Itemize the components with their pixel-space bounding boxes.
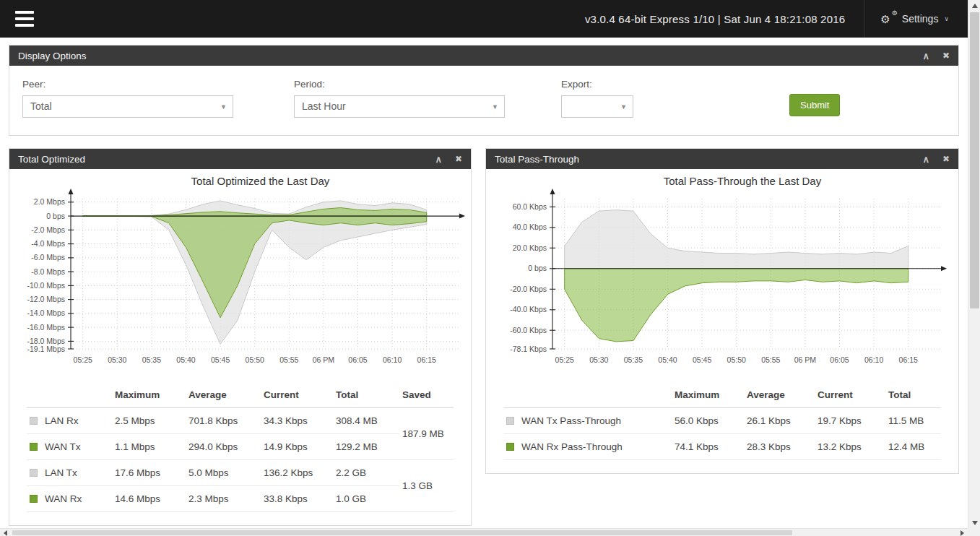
close-icon[interactable]: ✖ [942, 155, 950, 163]
current-value: 34.3 Kbps [261, 408, 333, 434]
total-passthrough-header: Total Pass-Through ∧ ✖ [486, 149, 958, 169]
average-value: 2.3 Mbps [186, 486, 261, 512]
scroll-up-arrow[interactable] [968, 0, 980, 11]
svg-text:-78.1 Kbps: -78.1 Kbps [510, 345, 547, 353]
svg-text:-4.0 Mbps: -4.0 Mbps [31, 239, 65, 248]
series-name: LAN Tx [45, 467, 77, 478]
dropdown-arrow-icon: ▼ [492, 103, 498, 111]
svg-text:05:45: 05:45 [210, 355, 229, 364]
series-swatch [506, 417, 514, 425]
series-swatch [30, 495, 38, 503]
svg-text:40.0 Kbps: 40.0 Kbps [513, 222, 547, 231]
svg-text:06:10: 06:10 [382, 355, 401, 364]
svg-text:-40.0 Kbps: -40.0 Kbps [510, 305, 547, 314]
column-header: Total [885, 382, 941, 408]
settings-label: Settings [902, 13, 939, 25]
vertical-scrollbar-thumb[interactable] [970, 12, 979, 308]
current-value: 14.9 Kbps [261, 434, 333, 460]
svg-text:-10.0 Mbps: -10.0 Mbps [27, 281, 65, 290]
maximum-value: 17.6 Mbps [112, 460, 186, 486]
svg-text:-16.0 Mbps: -16.0 Mbps [27, 323, 65, 332]
close-icon[interactable]: ✖ [455, 155, 462, 163]
total-optimized-header: Total Optimized ∧ ✖ [9, 149, 471, 169]
content: Display Options ∧ ✖ Peer: Total ▼ Period… [0, 38, 968, 526]
svg-text:05:25: 05:25 [73, 355, 92, 364]
table-row: LAN Rx 2.5 Mbps 701.8 Kbps 34.3 Kbps 308… [27, 408, 454, 434]
svg-text:05:50: 05:50 [245, 355, 264, 364]
total-value: 129.2 MB [333, 434, 399, 460]
collapse-icon[interactable]: ∧ [922, 51, 929, 61]
menu-icon[interactable] [11, 7, 38, 31]
svg-text:05:25: 05:25 [555, 355, 574, 364]
scroll-right-arrow[interactable] [957, 529, 968, 536]
series-name: LAN Rx [45, 415, 79, 426]
horizontal-scrollbar[interactable] [0, 528, 968, 536]
maximum-value: 1.1 Mbps [112, 434, 186, 460]
column-header-name [27, 382, 112, 408]
total-value: 308.4 MB [333, 408, 399, 434]
top-bar: v3.0.4 64-bit Express 1/10 | Sat Jun 4 1… [0, 0, 968, 38]
total-value: 1.0 GB [333, 486, 399, 512]
peer-select[interactable]: Total ▼ [22, 95, 233, 118]
svg-text:05:55: 05:55 [279, 355, 298, 364]
column-header: Average [744, 382, 815, 408]
svg-text:0 bps: 0 bps [528, 264, 547, 272]
passthrough-chart: 60.0 Kbps40.0 Kbps20.0 Kbps0 bps-20.0 Kb… [495, 187, 950, 368]
table-header-row: Maximum Average Current Total [503, 382, 941, 408]
series-swatch [506, 443, 514, 451]
settings-menu[interactable]: ⚙ ⚙ Settings ∨ [864, 0, 968, 38]
display-options-panel: Display Options ∧ ✖ Peer: Total ▼ Period… [9, 45, 959, 136]
series-name: WAN Rx [45, 493, 82, 504]
column-header: Maximum [112, 382, 186, 408]
version-status-text: v3.0.4 64-bit Express 1/10 | Sat Jun 4 1… [585, 13, 845, 25]
saved-value: 187.9 MB [399, 408, 454, 460]
display-options-title: Display Options [18, 51, 922, 61]
page: v3.0.4 64-bit Express 1/10 | Sat Jun 4 1… [0, 0, 968, 528]
gear-icon: ⚙ [880, 14, 890, 25]
total-optimized-title: Total Optimized [18, 154, 435, 165]
scroll-down-arrow[interactable] [968, 517, 980, 528]
svg-text:06 PM: 06 PM [312, 355, 334, 364]
svg-text:20.0 Kbps: 20.0 Kbps [513, 243, 547, 252]
series-name: WAN Tx [45, 441, 81, 452]
table-row: WAN Tx Pass-Through 56.0 Kbps 26.1 Kbps … [503, 408, 941, 434]
period-select[interactable]: Last Hour ▼ [294, 95, 505, 118]
current-value: 136.2 Kbps [261, 460, 333, 486]
column-header: Current [261, 382, 333, 408]
table-row: WAN Rx 14.6 Mbps 2.3 Mbps 33.8 Kbps 1.0 … [27, 486, 454, 512]
column-header: Average [186, 382, 261, 408]
saved-value: 1.3 GB [399, 460, 454, 512]
column-header: Saved [399, 382, 454, 408]
svg-text:-12.0 Mbps: -12.0 Mbps [27, 295, 65, 303]
optimized-chart: 2.0 Mbps0 bps-2.0 Mbps-4.0 Mbps-6.0 Mbps… [13, 187, 468, 368]
svg-text:05:30: 05:30 [589, 355, 608, 364]
column-header: Maximum [672, 382, 744, 408]
column-header-name [503, 382, 672, 408]
average-value: 701.8 Kbps [186, 408, 261, 434]
period-label: Period: [294, 79, 505, 90]
collapse-icon[interactable]: ∧ [435, 155, 442, 164]
total-passthrough-title: Total Pass-Through [495, 154, 922, 165]
export-select[interactable]: ▼ [561, 95, 633, 118]
close-icon[interactable]: ✖ [942, 51, 950, 60]
peer-select-value: Total [23, 96, 233, 117]
maximum-value: 74.1 Kbps [672, 434, 744, 460]
horizontal-scrollbar-thumb[interactable] [12, 530, 792, 535]
scroll-left-arrow[interactable] [0, 529, 11, 536]
column-header: Current [815, 382, 885, 408]
svg-text:2.0 Mbps: 2.0 Mbps [33, 197, 64, 206]
export-label: Export: [561, 79, 633, 90]
optimized-stats-table: Maximum Average Current Total Saved LAN … [27, 382, 454, 512]
vertical-scrollbar[interactable] [968, 0, 980, 528]
svg-text:0 bps: 0 bps [46, 212, 65, 220]
submit-button[interactable]: Submit [789, 94, 840, 116]
svg-text:05:55: 05:55 [761, 355, 780, 364]
collapse-icon[interactable]: ∧ [922, 155, 929, 164]
passthrough-chart-title: Total Pass-Through the Last Day [495, 175, 950, 187]
dropdown-arrow-icon: ▼ [620, 103, 627, 111]
display-options-header: Display Options ∧ ✖ [9, 46, 958, 66]
series-swatch [30, 443, 38, 451]
svg-text:-14.0 Mbps: -14.0 Mbps [27, 308, 65, 317]
table-header-row: Maximum Average Current Total Saved [27, 382, 454, 408]
series-name: WAN Rx Pass-Through [521, 441, 623, 452]
